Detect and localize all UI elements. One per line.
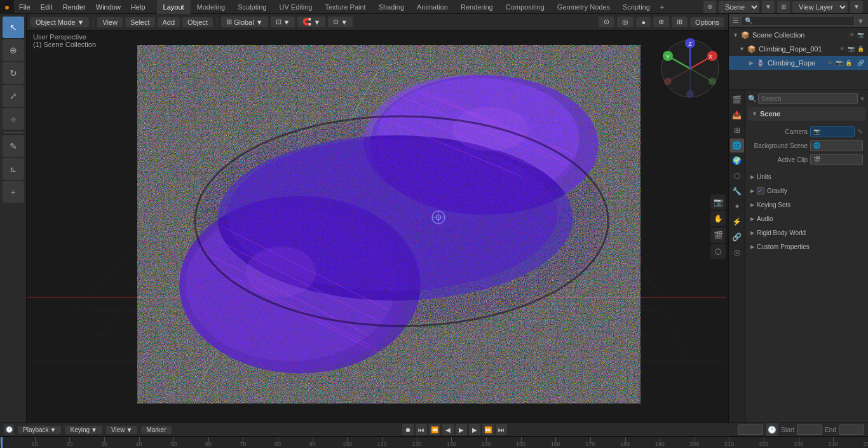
modifier-props-icon[interactable]: 🔧 — [730, 184, 744, 198]
gravity-checkbox[interactable]: ✓ — [757, 187, 764, 194]
tab-scripting[interactable]: Scripting — [616, 0, 656, 14]
background-scene-field[interactable]: 🌐 — [810, 140, 863, 151]
viewport-shading-solid[interactable]: ⊙ — [599, 17, 614, 27]
audio-header[interactable]: ▶ Audio — [748, 212, 865, 225]
menu-help[interactable]: Help — [126, 2, 151, 12]
blender-logo[interactable]: ● — [0, 0, 14, 14]
object-props-icon[interactable]: ⬡ — [730, 169, 744, 183]
record-button[interactable]: ⏺ — [402, 424, 414, 435]
tab-texture-paint[interactable]: Texture Paint — [318, 0, 372, 14]
viewport-overlays-toggle[interactable]: ⊕ — [653, 17, 669, 27]
object-data-props-icon[interactable]: ◎ — [730, 245, 744, 259]
navigation-gizmo[interactable]: X Y Z — [658, 37, 722, 100]
marker-menu[interactable]: Marker — [141, 426, 171, 434]
units-header[interactable]: ▶ Units — [748, 170, 865, 183]
transform-tool[interactable]: ⟐ — [3, 108, 24, 130]
timeline-ruler[interactable]: 0102030405060708090100110120130140150160… — [0, 437, 868, 448]
scale-tool[interactable]: ⤢ — [3, 85, 24, 107]
hand-tool-icon[interactable]: ✋ — [710, 211, 726, 226]
tab-sculpting[interactable]: Sculpting — [231, 0, 273, 14]
menu-window[interactable]: Window — [91, 2, 126, 12]
render-icon-rope[interactable]: 📷 — [836, 60, 843, 66]
viewport-add-menu[interactable]: Add — [158, 17, 180, 27]
active-tool-icon[interactable]: ⊕ — [703, 1, 716, 13]
render-icon-scene[interactable]: 📷 — [857, 32, 864, 38]
rigid-body-world-header[interactable]: ▶ Rigid Body World — [748, 226, 865, 239]
prev-frame-button[interactable]: ⏪ — [429, 424, 440, 435]
frame-clock-icon[interactable]: 🕐 — [766, 423, 778, 436]
menu-render[interactable]: Render — [58, 2, 91, 12]
zoom-icon[interactable]: 🎬 — [710, 227, 726, 243]
current-frame-input[interactable]: 1 — [738, 424, 763, 435]
camera-edit-icon[interactable]: ✎ — [857, 128, 863, 136]
start-frame-input[interactable]: 1 — [797, 424, 822, 435]
keying-sets-header[interactable]: ▶ Keying Sets — [748, 198, 865, 211]
view-layer-options-icon[interactable]: ▼ — [850, 1, 863, 13]
viewport-select-menu[interactable]: Select — [125, 17, 155, 27]
outliner-filter-icon[interactable]: ▼ — [857, 17, 864, 25]
outliner-search-input[interactable] — [742, 16, 855, 26]
tab-layout[interactable]: Layout — [157, 0, 191, 14]
visibility-icon-scene[interactable]: 👁 — [849, 32, 855, 38]
annotate-tool[interactable]: ✎ — [3, 135, 24, 157]
next-keyframe-button[interactable]: ▶ — [469, 424, 480, 435]
pivot-point-selector[interactable]: ⊡ ▼ — [271, 17, 295, 27]
playback-menu[interactable]: Playback ▼ — [18, 426, 61, 434]
constraints-props-icon[interactable]: 🔗 — [730, 230, 744, 244]
measure-tool[interactable]: ⊾ — [3, 158, 24, 180]
options-button[interactable]: Options — [690, 17, 724, 27]
tab-geometry-nodes[interactable]: Geometry Nodes — [551, 0, 616, 14]
outliner-climbing-rope[interactable]: ▶ 🪢 Climbing_Rope 👁 📷 🔒 🔗 — [729, 56, 868, 70]
active-clip-field[interactable]: 🎬 — [810, 154, 863, 165]
keying-menu[interactable]: Keying ▼ — [65, 426, 102, 434]
viewport-view-menu[interactable]: View — [97, 17, 123, 27]
outliner-climbing-rope-001[interactable]: ▼ 📦 Climbing_Rope_001 👁 📷 🔒 — [729, 42, 868, 56]
last-frame-button[interactable]: ⏭ — [496, 424, 507, 435]
camera-view-icon[interactable]: 📷 — [710, 194, 726, 210]
outliner-scene-collection[interactable]: ▼ 📦 Scene Collection 👁 📷 — [729, 28, 868, 42]
visibility-icon-rope001[interactable]: 👁 — [839, 46, 845, 52]
menu-file[interactable]: File — [14, 2, 36, 12]
scene-selector[interactable]: Scene — [719, 1, 759, 13]
view-layer-selector[interactable]: View Layer — [792, 1, 848, 13]
scene-props-icon[interactable]: 🌐 — [730, 139, 744, 153]
search-filter-icon[interactable]: ▼ — [859, 95, 865, 102]
menu-edit[interactable]: Edit — [36, 2, 58, 12]
visibility-icon-rope[interactable]: 👁 — [827, 60, 833, 66]
lock-icon-rope[interactable]: 🔒 — [845, 60, 852, 66]
next-frame-button[interactable]: ⏩ — [482, 424, 494, 435]
snap-toggle[interactable]: 🧲 ▼ — [297, 17, 325, 27]
viewport-gizmos-toggle[interactable]: ⊞ — [672, 17, 688, 27]
timeline-type-icon[interactable]: 🕐 — [4, 424, 14, 435]
camera-field[interactable]: 📷 — [810, 126, 855, 137]
world-props-icon[interactable]: 🌍 — [730, 154, 744, 168]
viewport-shading-material[interactable]: ◎ — [617, 17, 634, 27]
object-type-icon[interactable]: ⬡ — [710, 244, 726, 259]
scene-options-icon[interactable]: ▼ — [762, 1, 775, 13]
rotate-tool[interactable]: ↻ — [3, 62, 24, 84]
render-icon-rope001[interactable]: 📷 — [848, 46, 855, 52]
play-button[interactable]: ▶ — [456, 424, 467, 435]
view-layer-props-icon[interactable]: ⊞ — [730, 123, 744, 137]
view-layer-icon[interactable]: ⊞ — [777, 1, 790, 13]
view-menu[interactable]: View ▼ — [106, 426, 137, 434]
tab-compositing[interactable]: Compositing — [499, 0, 551, 14]
gravity-header[interactable]: ▶ ✓ Gravity — [748, 184, 865, 197]
proportional-edit-toggle[interactable]: ⊙ ▼ — [328, 17, 353, 27]
viewport-object-menu[interactable]: Object — [182, 17, 213, 27]
transform-global-selector[interactable]: ⊞ Global ▼ — [221, 17, 268, 27]
render-props-icon[interactable]: 🎬 — [730, 93, 744, 107]
custom-properties-header[interactable]: ▶ Custom Properties — [748, 240, 865, 253]
object-mode-selector[interactable]: Object Mode ▼ — [31, 17, 89, 27]
tab-uv-editing[interactable]: UV Editing — [273, 0, 318, 14]
lock-icon-rope001[interactable]: 🔒 — [857, 46, 864, 52]
tab-modeling[interactable]: Modeling — [191, 0, 232, 14]
tab-shading[interactable]: Shading — [372, 0, 410, 14]
particles-props-icon[interactable]: ✦ — [730, 200, 744, 214]
viewport-canvas[interactable]: User Perspective (1) Scene Collection X — [27, 31, 728, 423]
cursor-tool[interactable]: ↖ — [3, 17, 24, 38]
viewport-shading-render[interactable]: ● — [636, 17, 651, 27]
tab-animation[interactable]: Animation — [410, 0, 454, 14]
prev-keyframe-button[interactable]: ◀ — [442, 424, 454, 435]
first-frame-button[interactable]: ⏮ — [416, 424, 427, 435]
